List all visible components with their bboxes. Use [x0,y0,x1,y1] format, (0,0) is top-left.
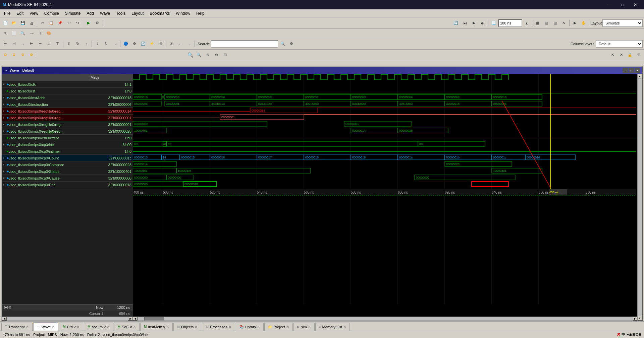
search-opt[interactable]: ⚙ [287,40,296,48]
tab-wave-close[interactable]: ✕ [52,325,55,329]
tab-transcript-close[interactable]: ✕ [26,325,29,329]
wave-tool-4[interactable]: ⊢ [28,40,36,48]
wave-maximize[interactable]: □ [629,68,634,73]
menu-layout[interactable]: Layout [129,10,146,16]
redo-button[interactable]: ↪ [73,19,82,27]
zoom-btn[interactable]: 🔍 [19,29,27,38]
wave-nav-1[interactable]: 3⃣ [168,40,176,48]
wave-tool-13[interactable]: → [111,40,119,48]
wave-scroll-right[interactable]: ▶ [633,317,637,321]
tab-objects[interactable]: ⊞ Objects ✕ [173,323,201,331]
wave-btn1[interactable]: ▦ [534,19,542,27]
wave-tool-10[interactable]: ↑ [82,40,90,48]
signal-row-intimer[interactable]: ▶ /soc_tb/soc0/mips0/cp0/intimer 1'h0 [2,148,133,155]
cursor-tool-2[interactable]: ✕ [617,51,625,59]
signal-row-compare[interactable]: + ◆ /soc_tb/soc0/mips0/cp0/Compare 32'h0… [2,161,133,168]
signal-row-rst[interactable]: ▶ /soc_tb/soc0/rst 1'h0 [2,88,133,94]
color-btn[interactable]: 🎨 [45,29,53,38]
menu-simulate[interactable]: Simulate [62,10,84,16]
tab-processes-close[interactable]: ✕ [229,325,231,329]
tab-transcript[interactable]: T Transcript ✕ [1,323,33,331]
search-btn[interactable]: 🔍 [279,40,287,48]
tab-soctb-close[interactable]: ✕ [107,325,110,329]
menu-wave[interactable]: Wave [97,10,113,16]
tab-sim[interactable]: ▶ sim ✕ [293,323,315,331]
wave-close[interactable]: ✕ [635,68,640,73]
help-run[interactable]: ▶ [571,19,579,27]
wave-scroll-up[interactable]: ▲ [638,74,642,78]
tab-ctrlv-close[interactable]: ✕ [77,325,79,329]
wave-tool-2[interactable]: ⊣ [10,40,18,48]
wave-tool-5[interactable]: ⊢ [36,40,44,48]
tab-ctrlv[interactable]: M Ctrl.v ✕ [59,323,83,331]
wave-vis-2[interactable]: ⚙ [130,40,139,48]
sim-ctrl-3[interactable]: ⚙ [19,51,27,59]
sim-ctrl-2[interactable]: ⚙ [10,51,18,59]
sim-btn3[interactable]: ▶ [470,19,478,27]
wave-minimize[interactable]: _ [623,68,628,73]
wave-vis-5[interactable]: ⊞ [157,40,165,48]
search-input[interactable] [211,40,278,48]
menu-view[interactable]: View [27,10,41,16]
waveform-display[interactable]: 00000018 00000050 00000054 00000058 0000… [133,74,637,321]
signal-row-intr[interactable]: + ◆ /soc_tb/soc0/mips0/cp0/intr 6'h00 [2,141,133,148]
menu-file[interactable]: File [1,10,13,16]
compile-button[interactable]: ▶ [85,19,93,27]
time-up[interactable]: ▲ [523,19,531,27]
tab-project-close[interactable]: ✕ [286,325,289,329]
signal-row-instruction[interactable]: + ◆ /soc_tb/soc0/instruction 32'h0800000… [2,101,133,108]
cursor-tool-1[interactable]: ✕ [608,51,616,59]
wave-btn4[interactable]: ✕ [560,19,568,27]
paste-button[interactable]: 📌 [56,19,64,27]
signal-row-reg1b[interactable]: + ◆ /soc_tb/soc0/mips0/regfile0/reg... 3… [2,121,133,128]
cut-button[interactable]: ✂ [39,19,47,27]
sim-ctrl-1[interactable]: ⚙ [1,51,9,59]
cursor-tool-3[interactable]: ⊞ [635,51,643,59]
wave-vis-4[interactable]: ⚡ [148,40,156,48]
wave-tool-12[interactable]: ↻ [102,40,110,48]
tab-library[interactable]: 📚 Library ✕ [236,323,264,331]
undo-button[interactable]: ↩ [65,19,73,27]
wave-btn3[interactable]: ▥ [551,19,559,27]
tab-sim-close[interactable]: ✕ [308,325,311,329]
signal-row-clk[interactable]: + ◆ /soc_tb/soc0/clk 1'h1 [2,81,133,88]
tab-memorylist[interactable]: ≡ Memory List ✕ [315,323,350,331]
signal-row-count[interactable]: + ◆ /soc_tb/soc0/mips0/cp0/Count 32'h000… [2,155,133,161]
cursor-btn[interactable]: ↖ [1,29,9,38]
zoom-in[interactable]: ⊕ [204,51,212,59]
select-btn[interactable]: ⬜ [10,29,18,38]
sim-btn1[interactable]: 🔄 [451,19,461,27]
zoom-out[interactable]: 🔍 [195,51,203,59]
signal-row-reg1[interactable]: + ◆ /soc_tb/soc0/mips0/regfile0/reg... 3… [2,115,133,121]
print-button[interactable]: 🖨 [28,19,36,27]
signal-row-epc[interactable]: + ◆ /soc_tb/soc0/mips0/cp0/Epc 32'h00000… [2,182,133,188]
open-button[interactable]: 📂 [10,19,18,27]
wave-tool-8[interactable]: ⇑ [65,40,73,48]
scroll-track[interactable] [7,317,128,321]
minimize-button[interactable]: — [604,0,616,9]
wave-scroll-thumb[interactable] [144,317,164,321]
wave-tool-6[interactable]: ⊥ [45,40,53,48]
tab-wave[interactable]: 〰 Wave ✕ [33,323,59,331]
tab-soctb[interactable]: M soc_tb.v ✕ [84,323,113,331]
signal-row-instaddr[interactable]: + ◆ /soc_tb/soc0/InstAddr 32'h00000018 [2,94,133,101]
signal-scrollbar[interactable]: ◀ ▶ [2,317,133,321]
wave-nav-2[interactable]: ← [176,40,184,48]
wave-tool-3[interactable]: ↔ [19,40,27,48]
wave-nav-3[interactable]: → [185,40,193,48]
menu-add[interactable]: Add [84,10,97,16]
tab-socv[interactable]: M SoC.v ✕ [114,323,140,331]
hand-btn[interactable]: ✋ [580,19,588,27]
signal-row-excpt[interactable]: ▶ /soc_tb/soc0/mips0/ctrl0/excpt 1'h0 [2,135,133,141]
layout-dropdown[interactable]: Simulate Debug Default [602,19,643,27]
copy-button[interactable]: 📋 [47,19,55,27]
maximize-button[interactable]: □ [616,0,629,9]
wave-tool-1[interactable]: ⊢ [1,40,9,48]
wave-tool-11[interactable]: ⇓ [93,40,101,48]
wave-btn2[interactable]: ▤ [542,19,550,27]
wave-vis-1[interactable]: 🔵 [122,40,130,48]
tab-processes[interactable]: ⚙ Processes ✕ [202,323,235,331]
hex-btn[interactable]: Ⅱ [36,29,44,38]
close-button[interactable]: ✕ [629,0,641,9]
wave-hscrollbar[interactable]: ◀ ▶ [133,317,637,321]
